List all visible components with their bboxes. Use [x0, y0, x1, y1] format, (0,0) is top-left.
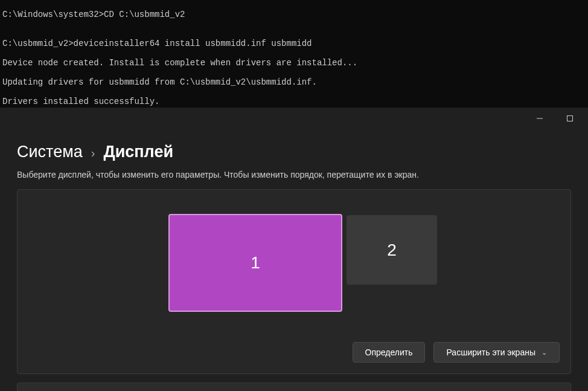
monitor-2[interactable]: 2: [347, 215, 437, 285]
page-description: Выберите дисплей, чтобы изменить его пар…: [0, 167, 588, 189]
identify-button[interactable]: Определить: [353, 342, 426, 363]
settings-section: [17, 383, 571, 391]
button-label: Расширить эти экраны: [446, 347, 535, 357]
window-titlebar: [0, 108, 588, 129]
minimize-button[interactable]: [526, 109, 553, 128]
terminal-line: Updating drivers for usbmmidd from C:\us…: [2, 77, 586, 87]
monitor-label: 1: [251, 253, 260, 273]
display-actions: Определить Расширить эти экраны ⌄: [18, 335, 570, 373]
monitor-label: 2: [387, 241, 397, 260]
monitor-1[interactable]: 1: [168, 214, 342, 312]
display-arrangement-panel: 2 1 Определить Расширить эти экраны ⌄: [17, 189, 571, 374]
terminal-output[interactable]: C:\Windows\system32>CD C:\usbmmid_v2 C:\…: [0, 0, 588, 109]
terminal-line: C:\usbmmid_v2>deviceinstaller64 install …: [2, 39, 586, 48]
minimize-icon: [537, 115, 543, 121]
svg-rect-1: [567, 116, 573, 121]
chevron-down-icon: ⌄: [542, 349, 547, 357]
extend-mode-dropdown[interactable]: Расширить эти экраны ⌄: [433, 342, 560, 363]
settings-window: Система › Дисплей Выберите дисплей, чтоб…: [0, 108, 588, 391]
breadcrumb-current: Дисплей: [103, 143, 173, 161]
maximize-icon: [567, 115, 573, 121]
terminal-line: Drivers installed successfully.: [2, 97, 586, 106]
maximize-button[interactable]: [557, 109, 583, 128]
breadcrumb: Система › Дисплей: [0, 129, 588, 167]
breadcrumb-parent[interactable]: Система: [17, 143, 83, 161]
terminal-line: C:\Windows\system32>CD C:\usbmmid_v2: [2, 10, 586, 19]
terminal-line: Device node created. Install is complete…: [2, 58, 586, 68]
chevron-right-icon: ›: [91, 146, 95, 160]
monitors-canvas[interactable]: 2 1: [18, 190, 570, 335]
button-label: Определить: [365, 347, 413, 357]
